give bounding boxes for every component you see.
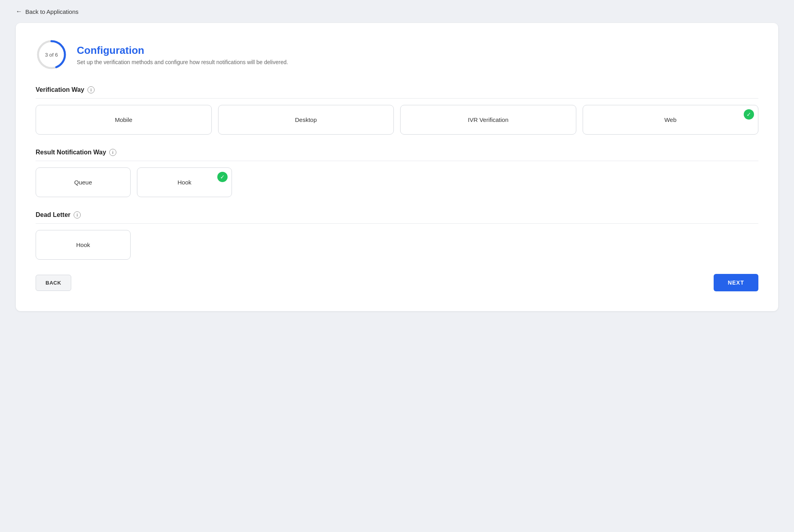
verification-way-label: Verification Way [36, 86, 84, 93]
dead-letter-options: Hook [36, 230, 758, 260]
option-queue-label: Queue [74, 179, 92, 186]
next-button[interactable]: NEXT [714, 274, 758, 291]
page-header: 3 of 6 Configuration Set up the verifica… [36, 39, 758, 70]
result-notification-way-label: Result Notification Way [36, 149, 106, 156]
result-notification-way-title: Result Notification Way i [36, 149, 758, 161]
page-title: Configuration [77, 44, 288, 57]
web-selected-checkmark: ✓ [744, 109, 754, 120]
option-dead-letter-hook[interactable]: Hook [36, 230, 131, 260]
verification-way-title: Verification Way i [36, 86, 758, 99]
option-desktop-label: Desktop [295, 116, 317, 123]
header-text-block: Configuration Set up the verification me… [77, 44, 288, 65]
dead-letter-info-icon[interactable]: i [74, 211, 81, 218]
option-queue[interactable]: Queue [36, 167, 131, 197]
option-hook-notification[interactable]: Hook ✓ [137, 167, 232, 197]
verification-way-section: Verification Way i Mobile Desktop IVR Ve… [36, 86, 758, 135]
main-card: 3 of 6 Configuration Set up the verifica… [16, 23, 778, 311]
step-counter: 3 of 6 [45, 52, 58, 58]
arrow-left-icon: ← [16, 8, 22, 15]
option-ivr-verification[interactable]: IVR Verification [400, 105, 576, 135]
back-to-applications-label: Back to Applications [25, 8, 78, 15]
option-mobile-label: Mobile [115, 116, 132, 123]
result-notification-options: Queue Hook ✓ [36, 167, 758, 197]
page-subtitle: Set up the verification methods and conf… [77, 59, 288, 65]
option-ivr-label: IVR Verification [468, 116, 509, 123]
option-web-label: Web [664, 116, 676, 123]
option-web[interactable]: Web ✓ [583, 105, 759, 135]
step-progress-circle: 3 of 6 [36, 39, 67, 70]
back-button[interactable]: BACK [36, 275, 71, 291]
result-notification-info-icon[interactable]: i [109, 149, 116, 156]
option-mobile[interactable]: Mobile [36, 105, 212, 135]
dead-letter-title: Dead Letter i [36, 211, 758, 224]
option-desktop[interactable]: Desktop [218, 105, 394, 135]
option-hook-notification-label: Hook [177, 179, 191, 186]
footer-buttons: BACK NEXT [36, 274, 758, 291]
back-to-applications-link[interactable]: ← Back to Applications [16, 8, 778, 15]
dead-letter-section: Dead Letter i Hook [36, 211, 758, 260]
dead-letter-label: Dead Letter [36, 211, 70, 218]
hook-notification-checkmark: ✓ [217, 172, 228, 182]
verification-way-info-icon[interactable]: i [87, 86, 95, 93]
option-dead-letter-hook-label: Hook [76, 241, 90, 248]
verification-way-options: Mobile Desktop IVR Verification Web ✓ [36, 105, 758, 135]
result-notification-way-section: Result Notification Way i Queue Hook ✓ [36, 149, 758, 197]
